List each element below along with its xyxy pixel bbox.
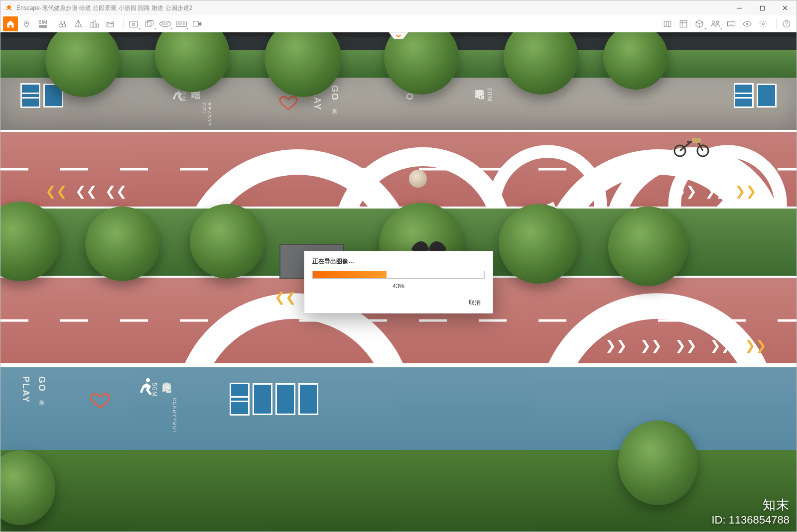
title-file: 现代健身步道 绿道 公园景观 小游园 园路 跑道 公园步道2 <box>42 4 193 12</box>
watermark: 知末 ID: 1136854788 <box>711 496 790 527</box>
arrow-icon: ❯❯ <box>640 338 662 353</box>
toolbar-separator <box>123 18 124 29</box>
panorama-label: 360° <box>161 21 170 26</box>
progress-fill <box>313 271 387 278</box>
video-export-button[interactable] <box>190 16 205 31</box>
svg-point-10 <box>712 21 714 23</box>
arrow-icon: ❯❯ <box>710 338 732 353</box>
svg-point-11 <box>716 21 719 23</box>
floor-ready: READY?GO! <box>202 103 212 126</box>
arrow-icon: ❯❯ <box>675 338 697 353</box>
exe-label: EXE <box>177 21 185 26</box>
floor-20m: 20M <box>486 88 493 102</box>
arrow-icon: ❯❯ <box>605 338 627 353</box>
svg-rect-4 <box>145 21 151 26</box>
pedestrian-icon <box>409 170 427 188</box>
hopscotch-icon <box>230 383 318 415</box>
svg-rect-2 <box>130 21 138 27</box>
floor-run-cn-b: 奔跑吧 <box>162 375 172 378</box>
dialog-title: 正在导出图像… <box>312 257 485 266</box>
vr-headset-button[interactable] <box>724 16 739 31</box>
bike-track-upper: ❮❮ ❮❮ ❮❮ ❯❯ ❯❯ ❯❯ <box>0 130 797 209</box>
window-maximize-button[interactable] <box>751 0 774 15</box>
exe-export-button[interactable]: EXE ▾ <box>174 16 189 31</box>
location-pin-button[interactable] <box>19 16 34 31</box>
app-window: Enscape - 现代健身步道 绿道 公园景观 小游园 园路 跑道 公园步道2… <box>0 0 797 532</box>
svg-rect-5 <box>147 20 153 25</box>
svg-rect-0 <box>760 6 764 10</box>
floor-play-cn-b: 来 <box>38 395 45 396</box>
home-button[interactable] <box>3 16 18 31</box>
chevron-down-icon: ▾ <box>170 27 172 31</box>
svg-rect-28 <box>692 138 701 143</box>
arrow-icon: ❯❯ <box>675 184 697 199</box>
viewport-pulldown-handle[interactable] <box>389 32 408 39</box>
cyclist-icon <box>672 137 712 157</box>
watermark-brand: 知末 <box>711 496 790 514</box>
screenshot-button[interactable]: ▾ <box>126 16 141 31</box>
asset-library-button[interactable] <box>676 16 691 31</box>
app-logo-icon <box>4 3 13 12</box>
arrow-icon: ❮❮ <box>274 290 296 305</box>
city-button[interactable] <box>87 16 102 31</box>
floor-ready-b: READY?GO! <box>172 398 177 433</box>
arrow-icon: ❯❯ <box>705 184 727 199</box>
title-app: Enscape <box>16 4 40 11</box>
bim-label: BIM <box>38 20 47 25</box>
floor-50m-b: 50M <box>151 383 158 397</box>
export-progress-dialog: 正在导出图像… 43% 取消 <box>304 251 493 314</box>
svg-rect-8 <box>193 21 199 26</box>
window-minimize-button[interactable] <box>728 0 751 15</box>
clapper-button[interactable] <box>103 16 118 31</box>
floor-play-cn: 来 <box>331 104 338 105</box>
floor-go-b: GO <box>37 376 47 392</box>
general-settings-button[interactable] <box>756 16 771 31</box>
panorama-360-button[interactable]: 360° ▾ <box>158 16 173 31</box>
toolbar-separator <box>776 18 777 29</box>
render-viewport[interactable]: 奔跑吧 READY?GO! 50M PLAY GO 来 <box>0 32 797 532</box>
svg-point-1 <box>25 22 27 24</box>
svg-point-13 <box>762 22 765 25</box>
heart-rings-icon <box>88 389 113 411</box>
batch-render-button[interactable]: ▾ <box>142 16 157 31</box>
cancel-button[interactable]: 取消 <box>465 298 485 308</box>
compass-button[interactable] <box>71 16 86 31</box>
collaboration-button[interactable]: ▾ <box>708 16 723 31</box>
help-button[interactable] <box>779 16 794 31</box>
cube-button[interactable]: ▾ <box>692 16 707 31</box>
floor-play-b: PLAY <box>21 376 31 403</box>
chevron-down-icon: ▾ <box>720 27 722 31</box>
hopscotch-icon <box>20 84 63 107</box>
toolbar: BIM ▾ ▾ <box>0 15 797 32</box>
arrow-icon: ❯❯ <box>735 184 757 199</box>
svg-point-15 <box>786 25 787 26</box>
svg-rect-9 <box>680 20 687 27</box>
arrow-icon: ❯❯ <box>745 338 767 353</box>
svg-point-3 <box>133 23 135 25</box>
title-bar: Enscape - 现代健身步道 绿道 公园景观 小游园 园路 跑道 公园步道2 <box>0 0 797 15</box>
progress-percent-label: 43% <box>312 283 485 290</box>
chevron-down-icon: ▾ <box>138 27 140 31</box>
arrow-icon: ❮❮ <box>45 184 67 199</box>
chevron-down-icon: ▾ <box>154 27 156 31</box>
arrow-icon: ❮❮ <box>75 184 97 199</box>
progress-bar <box>312 271 485 279</box>
hopscotch-icon <box>734 84 777 107</box>
window-close-button[interactable] <box>774 0 797 15</box>
bim-mode-button[interactable]: BIM <box>35 16 51 31</box>
floor-go: GO <box>330 85 340 101</box>
svg-point-12 <box>746 22 748 24</box>
floor-play-cn-small: 来玩吧 <box>475 82 485 85</box>
chevron-down-icon: ▾ <box>186 27 188 31</box>
map-button[interactable] <box>660 16 675 31</box>
arrow-icon: ❮❮ <box>105 184 127 199</box>
chevron-down-icon: ▾ <box>704 27 706 31</box>
watermark-id: ID: 1136854788 <box>711 514 790 527</box>
visual-settings-button[interactable] <box>740 16 755 31</box>
binoculars-button[interactable] <box>55 16 70 31</box>
